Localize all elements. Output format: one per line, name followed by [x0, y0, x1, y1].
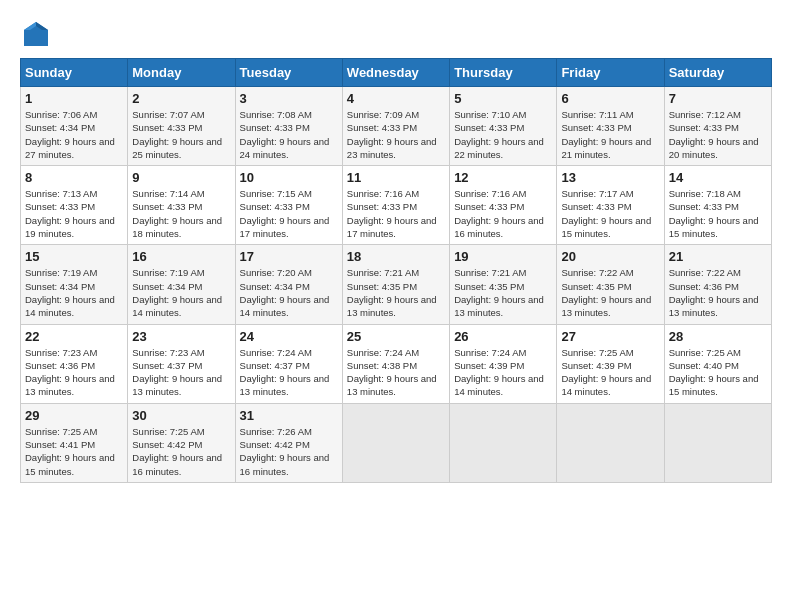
day-info: Sunrise: 7:19 AMSunset: 4:34 PMDaylight:… — [132, 266, 230, 319]
calendar-cell: 16Sunrise: 7:19 AMSunset: 4:34 PMDayligh… — [128, 245, 235, 324]
calendar-cell: 9Sunrise: 7:14 AMSunset: 4:33 PMDaylight… — [128, 166, 235, 245]
calendar-cell: 7Sunrise: 7:12 AMSunset: 4:33 PMDaylight… — [664, 87, 771, 166]
calendar-week-row: 29Sunrise: 7:25 AMSunset: 4:41 PMDayligh… — [21, 403, 772, 482]
calendar-cell: 31Sunrise: 7:26 AMSunset: 4:42 PMDayligh… — [235, 403, 342, 482]
day-info: Sunrise: 7:21 AMSunset: 4:35 PMDaylight:… — [347, 266, 445, 319]
calendar-cell: 1Sunrise: 7:06 AMSunset: 4:34 PMDaylight… — [21, 87, 128, 166]
weekday-header-friday: Friday — [557, 59, 664, 87]
day-number: 17 — [240, 249, 338, 264]
calendar-cell — [342, 403, 449, 482]
calendar-cell: 20Sunrise: 7:22 AMSunset: 4:35 PMDayligh… — [557, 245, 664, 324]
day-number: 15 — [25, 249, 123, 264]
calendar-cell: 12Sunrise: 7:16 AMSunset: 4:33 PMDayligh… — [450, 166, 557, 245]
day-info: Sunrise: 7:16 AMSunset: 4:33 PMDaylight:… — [347, 187, 445, 240]
calendar-cell: 30Sunrise: 7:25 AMSunset: 4:42 PMDayligh… — [128, 403, 235, 482]
day-number: 19 — [454, 249, 552, 264]
weekday-header-saturday: Saturday — [664, 59, 771, 87]
calendar-cell: 8Sunrise: 7:13 AMSunset: 4:33 PMDaylight… — [21, 166, 128, 245]
header — [20, 20, 772, 48]
logo — [20, 20, 56, 48]
calendar-cell: 6Sunrise: 7:11 AMSunset: 4:33 PMDaylight… — [557, 87, 664, 166]
calendar-cell: 10Sunrise: 7:15 AMSunset: 4:33 PMDayligh… — [235, 166, 342, 245]
day-info: Sunrise: 7:23 AMSunset: 4:37 PMDaylight:… — [132, 346, 230, 399]
calendar-cell — [450, 403, 557, 482]
day-info: Sunrise: 7:18 AMSunset: 4:33 PMDaylight:… — [669, 187, 767, 240]
weekday-header-thursday: Thursday — [450, 59, 557, 87]
day-number: 13 — [561, 170, 659, 185]
calendar-cell: 15Sunrise: 7:19 AMSunset: 4:34 PMDayligh… — [21, 245, 128, 324]
day-number: 1 — [25, 91, 123, 106]
calendar-cell: 4Sunrise: 7:09 AMSunset: 4:33 PMDaylight… — [342, 87, 449, 166]
calendar-cell: 24Sunrise: 7:24 AMSunset: 4:37 PMDayligh… — [235, 324, 342, 403]
calendar-cell: 25Sunrise: 7:24 AMSunset: 4:38 PMDayligh… — [342, 324, 449, 403]
weekday-header-tuesday: Tuesday — [235, 59, 342, 87]
calendar-cell: 23Sunrise: 7:23 AMSunset: 4:37 PMDayligh… — [128, 324, 235, 403]
calendar-cell: 11Sunrise: 7:16 AMSunset: 4:33 PMDayligh… — [342, 166, 449, 245]
calendar-table: SundayMondayTuesdayWednesdayThursdayFrid… — [20, 58, 772, 483]
calendar-cell: 26Sunrise: 7:24 AMSunset: 4:39 PMDayligh… — [450, 324, 557, 403]
day-info: Sunrise: 7:22 AMSunset: 4:35 PMDaylight:… — [561, 266, 659, 319]
calendar-cell: 14Sunrise: 7:18 AMSunset: 4:33 PMDayligh… — [664, 166, 771, 245]
day-info: Sunrise: 7:08 AMSunset: 4:33 PMDaylight:… — [240, 108, 338, 161]
day-number: 3 — [240, 91, 338, 106]
day-info: Sunrise: 7:13 AMSunset: 4:33 PMDaylight:… — [25, 187, 123, 240]
weekday-header-row: SundayMondayTuesdayWednesdayThursdayFrid… — [21, 59, 772, 87]
calendar-week-row: 15Sunrise: 7:19 AMSunset: 4:34 PMDayligh… — [21, 245, 772, 324]
day-number: 11 — [347, 170, 445, 185]
day-number: 21 — [669, 249, 767, 264]
day-number: 6 — [561, 91, 659, 106]
day-info: Sunrise: 7:26 AMSunset: 4:42 PMDaylight:… — [240, 425, 338, 478]
calendar-cell: 3Sunrise: 7:08 AMSunset: 4:33 PMDaylight… — [235, 87, 342, 166]
day-info: Sunrise: 7:24 AMSunset: 4:37 PMDaylight:… — [240, 346, 338, 399]
day-info: Sunrise: 7:24 AMSunset: 4:39 PMDaylight:… — [454, 346, 552, 399]
calendar-cell — [664, 403, 771, 482]
day-number: 26 — [454, 329, 552, 344]
day-info: Sunrise: 7:22 AMSunset: 4:36 PMDaylight:… — [669, 266, 767, 319]
day-info: Sunrise: 7:07 AMSunset: 4:33 PMDaylight:… — [132, 108, 230, 161]
day-number: 7 — [669, 91, 767, 106]
day-info: Sunrise: 7:06 AMSunset: 4:34 PMDaylight:… — [25, 108, 123, 161]
day-info: Sunrise: 7:21 AMSunset: 4:35 PMDaylight:… — [454, 266, 552, 319]
calendar-cell: 17Sunrise: 7:20 AMSunset: 4:34 PMDayligh… — [235, 245, 342, 324]
day-info: Sunrise: 7:16 AMSunset: 4:33 PMDaylight:… — [454, 187, 552, 240]
day-info: Sunrise: 7:17 AMSunset: 4:33 PMDaylight:… — [561, 187, 659, 240]
day-info: Sunrise: 7:15 AMSunset: 4:33 PMDaylight:… — [240, 187, 338, 240]
calendar-week-row: 8Sunrise: 7:13 AMSunset: 4:33 PMDaylight… — [21, 166, 772, 245]
day-info: Sunrise: 7:25 AMSunset: 4:39 PMDaylight:… — [561, 346, 659, 399]
day-info: Sunrise: 7:19 AMSunset: 4:34 PMDaylight:… — [25, 266, 123, 319]
day-info: Sunrise: 7:25 AMSunset: 4:42 PMDaylight:… — [132, 425, 230, 478]
day-info: Sunrise: 7:10 AMSunset: 4:33 PMDaylight:… — [454, 108, 552, 161]
day-info: Sunrise: 7:25 AMSunset: 4:40 PMDaylight:… — [669, 346, 767, 399]
calendar-cell: 22Sunrise: 7:23 AMSunset: 4:36 PMDayligh… — [21, 324, 128, 403]
calendar-cell: 19Sunrise: 7:21 AMSunset: 4:35 PMDayligh… — [450, 245, 557, 324]
day-number: 23 — [132, 329, 230, 344]
calendar-week-row: 22Sunrise: 7:23 AMSunset: 4:36 PMDayligh… — [21, 324, 772, 403]
calendar-cell: 5Sunrise: 7:10 AMSunset: 4:33 PMDaylight… — [450, 87, 557, 166]
calendar-week-row: 1Sunrise: 7:06 AMSunset: 4:34 PMDaylight… — [21, 87, 772, 166]
day-number: 20 — [561, 249, 659, 264]
calendar-cell: 18Sunrise: 7:21 AMSunset: 4:35 PMDayligh… — [342, 245, 449, 324]
day-number: 30 — [132, 408, 230, 423]
calendar-cell: 27Sunrise: 7:25 AMSunset: 4:39 PMDayligh… — [557, 324, 664, 403]
day-info: Sunrise: 7:14 AMSunset: 4:33 PMDaylight:… — [132, 187, 230, 240]
day-number: 2 — [132, 91, 230, 106]
weekday-header-wednesday: Wednesday — [342, 59, 449, 87]
day-number: 16 — [132, 249, 230, 264]
weekday-header-sunday: Sunday — [21, 59, 128, 87]
day-number: 9 — [132, 170, 230, 185]
day-number: 22 — [25, 329, 123, 344]
day-info: Sunrise: 7:09 AMSunset: 4:33 PMDaylight:… — [347, 108, 445, 161]
day-number: 4 — [347, 91, 445, 106]
day-number: 29 — [25, 408, 123, 423]
calendar-cell — [557, 403, 664, 482]
day-info: Sunrise: 7:12 AMSunset: 4:33 PMDaylight:… — [669, 108, 767, 161]
weekday-header-monday: Monday — [128, 59, 235, 87]
day-info: Sunrise: 7:24 AMSunset: 4:38 PMDaylight:… — [347, 346, 445, 399]
calendar-cell: 2Sunrise: 7:07 AMSunset: 4:33 PMDaylight… — [128, 87, 235, 166]
day-number: 10 — [240, 170, 338, 185]
day-number: 8 — [25, 170, 123, 185]
day-info: Sunrise: 7:11 AMSunset: 4:33 PMDaylight:… — [561, 108, 659, 161]
day-number: 25 — [347, 329, 445, 344]
calendar-cell: 21Sunrise: 7:22 AMSunset: 4:36 PMDayligh… — [664, 245, 771, 324]
day-number: 31 — [240, 408, 338, 423]
